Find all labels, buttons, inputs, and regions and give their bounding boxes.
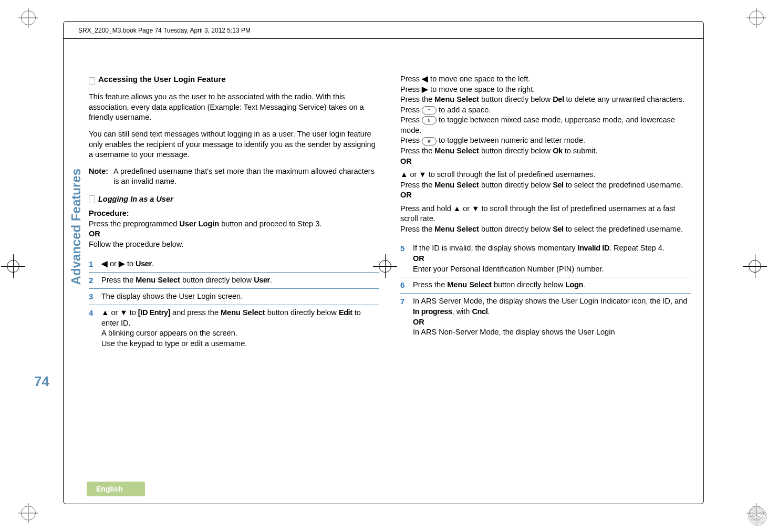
step-number: 6	[400, 280, 408, 290]
step-number: 4	[89, 308, 96, 349]
button-name: Menu Select	[434, 147, 479, 155]
step-row: 2 Press the Menu Select button directly …	[89, 273, 379, 289]
text: Press	[400, 106, 422, 114]
heading-row: Logging In as a User	[89, 194, 379, 205]
step-body: If the ID is invalid, the display shows …	[413, 243, 691, 274]
text: In ARS Non-Server Mode, the display show…	[413, 328, 615, 336]
text: to toggle between numeric and letter mod…	[437, 136, 585, 144]
down-arrow-icon: ▼	[472, 204, 479, 213]
up-arrow-icon: ▲	[400, 170, 408, 179]
up-arrow-icon: ▲	[453, 204, 461, 213]
instruction-line: Press # to toggle between numeric and le…	[400, 135, 691, 146]
instruction-line: Press the Menu Select button directly be…	[400, 180, 691, 191]
left-column: Accessing the User Login Feature This fe…	[89, 74, 379, 352]
or-divider: OR	[89, 229, 379, 239]
or-text: OR	[413, 318, 424, 326]
text: .	[152, 259, 154, 268]
up-arrow-icon: ▲	[101, 308, 109, 317]
step-number: 7	[400, 296, 408, 337]
text: button and proceed to Step 3.	[219, 220, 321, 228]
text: to select the predefined username.	[564, 181, 683, 189]
ui-label: Edit	[339, 308, 352, 317]
down-arrow-icon: ▼	[120, 308, 127, 317]
page-number: 74	[34, 373, 49, 390]
text: to select the predefined username.	[564, 225, 683, 233]
procedure-intro: Follow the procedure below.	[89, 239, 379, 250]
step-number: 1	[89, 259, 96, 269]
step-body: Press the Menu Select button directly be…	[413, 280, 691, 290]
text: Press the	[413, 280, 447, 289]
ui-label: In progress	[413, 307, 452, 316]
text: to move one space to the left.	[428, 75, 530, 83]
language-badge: English	[87, 482, 145, 496]
instruction-line: ▲ or ▼ to scroll through the list of pre…	[400, 170, 691, 180]
text: , with	[452, 307, 472, 316]
button-name: Menu Select	[434, 95, 479, 103]
text: Press	[400, 75, 422, 83]
keypad-zero-icon: 0	[422, 116, 437, 124]
crop-mark	[1, 254, 25, 278]
keypad-star-icon: *	[422, 106, 437, 114]
instruction-line: Press the Menu Select button directly be…	[400, 224, 691, 235]
registration-mark	[748, 507, 767, 526]
text: or	[109, 308, 120, 317]
right-arrow-icon: ▶	[422, 85, 428, 93]
or-text: OR	[400, 157, 412, 165]
registration-mark	[21, 506, 36, 520]
right-arrow-icon: ▶	[119, 259, 125, 268]
step-row: 5 If the ID is invalid, the display show…	[400, 241, 691, 277]
text: Press the	[400, 147, 434, 155]
right-column: Press ◀ to move one space to the left. P…	[400, 74, 691, 352]
or-text: OR	[89, 230, 100, 238]
instruction-line: Press ▶ to move one space to the right.	[400, 85, 691, 95]
header-rule	[64, 38, 703, 39]
left-arrow-icon: ◀	[422, 75, 428, 83]
text: button directly below	[492, 280, 565, 289]
ui-label: Invalid ID	[578, 244, 609, 252]
text: to submit.	[563, 147, 598, 155]
ui-label: Ok	[553, 147, 563, 155]
step-body: In ARS Server Mode, the display shows th…	[413, 296, 691, 337]
note-label: Note:	[89, 166, 108, 187]
text: Press	[400, 136, 422, 144]
text: Use the keypad to type or edit a usernam…	[101, 339, 247, 348]
text: Press the	[400, 95, 434, 103]
text: Press	[400, 85, 422, 93]
text: .	[270, 276, 272, 284]
button-name: Menu Select	[447, 280, 492, 289]
ui-label: Sel	[553, 225, 564, 233]
text: button directly below	[479, 181, 553, 189]
text: Press	[400, 116, 422, 124]
text: In ARS Server Mode, the display shows th…	[413, 297, 687, 305]
instruction-line: Press the Menu Select button directly be…	[400, 95, 691, 105]
crop-mark	[743, 254, 767, 278]
text: to move one space to the right.	[428, 85, 535, 93]
text: Enter your Personal Identification Numbe…	[413, 265, 604, 273]
text: and press the	[170, 308, 221, 317]
text: Press the	[400, 181, 434, 189]
step-row: 1 ◀ or ▶ to User.	[89, 256, 379, 273]
down-arrow-icon: ▼	[419, 170, 426, 179]
registration-mark	[749, 11, 764, 25]
text: button directly below	[265, 308, 339, 317]
or-divider: OR	[400, 190, 691, 201]
text: Press the	[101, 276, 136, 284]
text: to	[128, 308, 138, 317]
ui-label: Sel	[553, 181, 564, 189]
procedure-label: Procedure:	[89, 208, 379, 219]
text: to toggle between mixed case mode, upper…	[400, 116, 675, 134]
text: A blinking cursor appears on the screen.	[101, 329, 237, 337]
left-arrow-icon: ◀	[101, 259, 108, 268]
text: or	[108, 259, 119, 268]
step-body: ◀ or ▶ to User.	[101, 259, 379, 269]
registration-mark	[21, 11, 36, 25]
text: or	[408, 170, 419, 179]
text: If the ID is invalid, the display shows …	[413, 244, 578, 252]
ui-label: Logn	[565, 280, 583, 289]
ui-label: Del	[553, 95, 564, 103]
step-row: 6 Press the Menu Select button directly …	[400, 277, 691, 294]
heading-row: Accessing the User Login Feature	[89, 74, 379, 88]
button-name: Menu Select	[136, 276, 180, 284]
button-name: Menu Select	[434, 225, 479, 233]
step-row: 3 The display shows the User Login scree…	[89, 289, 379, 305]
